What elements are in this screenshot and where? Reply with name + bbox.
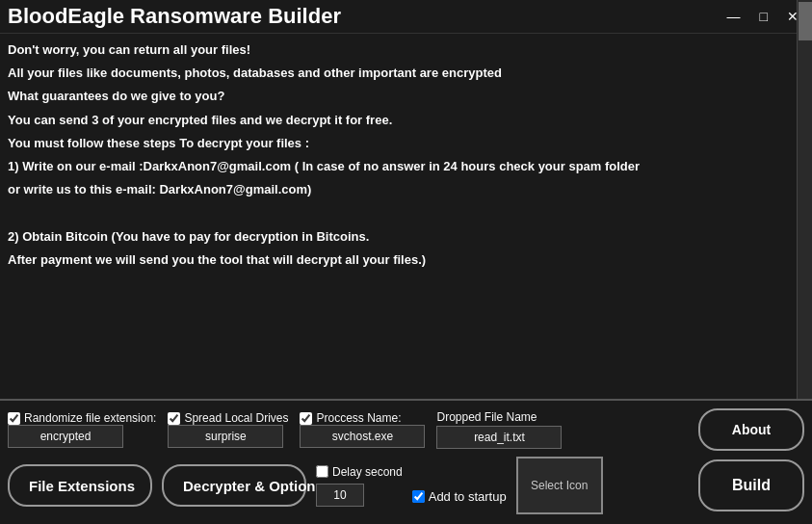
scrollbar-thumb[interactable] — [799, 2, 812, 40]
spread-input[interactable] — [168, 425, 283, 448]
maximize-button[interactable]: □ — [754, 7, 773, 26]
select-icon-button[interactable]: Select Icon — [516, 457, 603, 514]
decrypter-options-button[interactable]: Decrypter & Options — [162, 464, 306, 507]
delay-group: Delay second — [316, 465, 403, 507]
title-bar: BloodEagle Ransomware Builder — □ ✕ — [0, 0, 812, 34]
content-line5: You must follow these steps To decrypt y… — [8, 135, 793, 152]
startup-label: Add to startup — [429, 489, 507, 504]
right-buttons: About — [698, 408, 804, 451]
file-extensions-button[interactable]: File Extensions — [8, 464, 152, 507]
options-row1: Randomize file extension: Spread Local D… — [8, 408, 804, 451]
options-row2: File Extensions Decrypter & Options Dela… — [8, 457, 804, 514]
build-button[interactable]: Build — [698, 459, 804, 511]
select-icon-label: Select Icon — [531, 479, 588, 492]
process-group: Proccess Name: — [300, 411, 425, 448]
content-line3: What guarantees do we give to you? — [8, 88, 793, 105]
startup-group: Add to startup — [412, 489, 507, 504]
randomize-checkbox-group: Randomize file extension: — [8, 411, 156, 425]
delay-checkbox[interactable] — [316, 465, 328, 478]
content-line7: or write us to this e-mail: DarkxAnon7@g… — [8, 181, 793, 198]
build-button-container: Build — [698, 459, 804, 511]
content-line1: Don't worry, you can return all your fil… — [8, 41, 793, 59]
content-line10: After payment we will send you the tool … — [8, 251, 793, 269]
process-checkbox-group: Proccess Name: — [300, 411, 425, 425]
randomize-label: Randomize file extension: — [24, 411, 156, 425]
process-checkbox[interactable] — [300, 412, 312, 425]
dropped-group: Dropped File Name — [436, 410, 562, 449]
content-line2: All your files like documents, photos, d… — [8, 65, 793, 82]
about-button[interactable]: About — [698, 408, 804, 451]
window-controls: — □ ✕ — [721, 7, 804, 26]
spread-label: Spread Local Drives — [184, 411, 288, 425]
content-line4: You can send 3 of your encrypted files a… — [8, 112, 793, 129]
startup-checkbox[interactable] — [412, 490, 425, 503]
delay-checkbox-group: Delay second — [316, 465, 403, 479]
randomize-group: Randomize file extension: — [8, 411, 156, 448]
minimize-button[interactable]: — — [721, 7, 747, 26]
spread-checkbox-group: Spread Local Drives — [168, 411, 288, 425]
scrollbar[interactable] — [797, 0, 812, 405]
randomize-input[interactable] — [8, 425, 123, 448]
process-label: Proccess Name: — [316, 411, 401, 425]
content-line6: 1) Write on our e-mail :DarkxAnon7@gmail… — [8, 158, 793, 175]
content-line8 — [8, 204, 793, 222]
randomize-checkbox[interactable] — [8, 412, 20, 425]
spread-checkbox[interactable] — [168, 412, 180, 425]
app-title: BloodEagle Ransomware Builder — [8, 4, 341, 29]
main-content: Don't worry, you can return all your fil… — [0, 34, 812, 419]
dropped-input[interactable] — [436, 426, 562, 449]
spread-group: Spread Local Drives — [168, 411, 288, 448]
bottom-panel: Randomize file extension: Spread Local D… — [0, 399, 812, 524]
delay-input[interactable] — [316, 484, 364, 507]
process-input[interactable] — [300, 425, 425, 448]
delay-label: Delay second — [332, 465, 403, 479]
content-line9: 2) Obtain Bitcoin (You have to pay for d… — [8, 228, 793, 246]
dropped-label: Dropped File Name — [436, 410, 562, 424]
